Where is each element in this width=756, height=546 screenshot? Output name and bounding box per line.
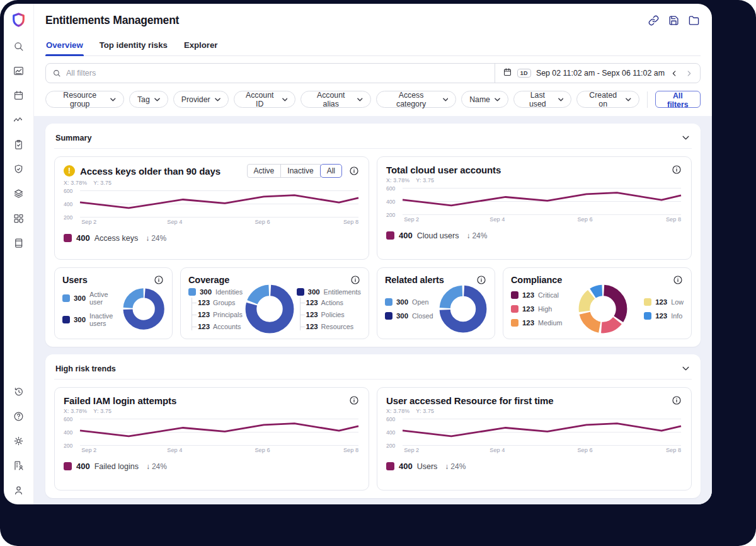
chart-legend: 400 Cloud users ↓24% <box>386 231 682 240</box>
audit-clipboard-icon[interactable] <box>12 137 26 151</box>
legend-item: 300Entitlements <box>297 288 361 296</box>
filter-chip-name[interactable]: Name <box>461 91 508 108</box>
compliance-donut-chart <box>578 284 627 334</box>
policy-shield-icon[interactable] <box>12 162 26 176</box>
section-title: High risk trends <box>55 364 116 373</box>
info-icon[interactable] <box>350 274 361 286</box>
activity-trend-icon[interactable] <box>12 113 26 127</box>
legend-subitem: 123Groups <box>192 299 243 306</box>
profile-icon[interactable] <box>12 483 26 497</box>
settings-icon[interactable] <box>12 434 26 448</box>
tab-label: Overview <box>46 40 83 50</box>
toggle-active[interactable]: Active <box>247 164 282 178</box>
analytics-chart-icon[interactable] <box>12 64 26 78</box>
card-title: User accessed Resource for first time <box>386 395 554 406</box>
info-icon[interactable] <box>672 274 684 286</box>
filter-chips-row: Resource group Tag Provider Account ID A… <box>45 91 701 108</box>
card-users: Users 300Active user 300Inactive users <box>54 267 173 339</box>
card-title: Compliance <box>511 275 562 285</box>
directory-icon[interactable] <box>12 458 26 472</box>
tab-top-identity-risks[interactable]: Top identity risks <box>99 35 168 55</box>
info-icon[interactable] <box>671 164 682 175</box>
sidebar-bottom-icons <box>12 385 26 497</box>
coverage-legend-left: 300Identities 123Groups 123Principals 12… <box>188 288 243 330</box>
info-icon[interactable] <box>348 165 360 177</box>
filter-chip-account-alias[interactable]: Account alias <box>301 91 370 108</box>
legend-swatch <box>64 234 72 242</box>
help-icon[interactable] <box>12 409 26 423</box>
info-icon[interactable] <box>153 274 164 286</box>
toggle-all[interactable]: All <box>320 164 342 178</box>
date-preset-badge: 1D <box>517 69 531 78</box>
sidebar-top-icons <box>12 39 26 250</box>
chevron-down-icon <box>626 98 631 102</box>
high-risk-row: Failed IAM login attempts X: 3.78%Y: 3.7… <box>54 387 692 491</box>
tab-overview[interactable]: Overview <box>45 35 84 55</box>
legend-item: 300Inactive users <box>62 312 123 327</box>
chevron-down-icon <box>215 98 220 102</box>
chip-label: Resource group <box>54 91 106 108</box>
line-chart: 600400200Sep 2Sep 4Sep 6Sep 8 <box>386 417 682 455</box>
folder-icon[interactable] <box>689 15 699 26</box>
all-filters-button[interactable]: All filters <box>655 91 701 108</box>
toggle-inactive[interactable]: Inactive <box>280 164 320 178</box>
window-actions <box>648 15 699 26</box>
filter-chip-resource-group[interactable]: Resource group <box>45 91 124 108</box>
legend-subtree: 123Groups 123Principals 123Accounts <box>192 298 243 330</box>
chevron-down-icon <box>495 98 500 102</box>
inventory-icon[interactable] <box>12 211 26 225</box>
main-area: Entitlements Management Overview Top ide… <box>34 4 712 504</box>
chip-label: Name <box>469 95 490 104</box>
down-arrow-icon: ↓ <box>146 234 149 243</box>
calendar-icon[interactable] <box>12 88 26 102</box>
search-box[interactable] <box>46 64 495 83</box>
summary-row-2: Users 300Active user 300Inactive users <box>54 267 692 339</box>
legend-swatch <box>64 462 72 470</box>
app-window: Entitlements Management Overview Top ide… <box>4 4 712 504</box>
legend-subitem: 123Policies <box>301 311 361 318</box>
info-icon[interactable] <box>671 395 682 406</box>
chevron-down-icon[interactable] <box>681 133 690 142</box>
documentation-icon[interactable] <box>12 236 26 250</box>
card-related-alerts: Related alerts 300Open 300Closed <box>377 267 495 339</box>
filter-chip-last-used[interactable]: Last used <box>513 91 571 108</box>
chevron-down-icon <box>443 98 449 102</box>
chevron-left-icon[interactable] <box>670 69 679 78</box>
tab-explorer[interactable]: Explorer <box>183 35 219 55</box>
chevron-down-icon <box>282 98 288 102</box>
chip-label: Provider <box>181 95 210 104</box>
card-title: Related alerts <box>385 275 444 285</box>
legend-item: 123Medium <box>511 319 562 327</box>
link-icon[interactable] <box>648 15 659 26</box>
history-icon[interactable] <box>12 385 26 398</box>
search-input[interactable] <box>66 69 488 78</box>
down-arrow-icon: ↓ <box>466 231 470 240</box>
legend-item: 123Critical <box>511 291 562 299</box>
app-logo-shield-icon[interactable] <box>11 11 27 28</box>
search-icon[interactable] <box>12 39 26 53</box>
filter-chip-created-on[interactable]: Created on <box>576 91 639 108</box>
info-icon[interactable] <box>476 274 487 286</box>
tab-label: Top identity risks <box>100 40 168 50</box>
info-icon[interactable] <box>348 395 360 406</box>
chevron-right-icon[interactable] <box>684 69 694 78</box>
alerts-donut-chart <box>439 285 487 333</box>
down-arrow-icon: ↓ <box>445 462 449 471</box>
date-range-picker[interactable]: 1D Sep 02 11:02 am - Sepx 06 11:02 am <box>495 64 700 83</box>
filter-chip-provider[interactable]: Provider <box>173 91 229 108</box>
donut-legend: 300Open 300Closed <box>385 298 433 320</box>
chevron-down-icon[interactable] <box>681 364 690 373</box>
active-inactive-toggle: Active Inactive All <box>247 164 342 178</box>
filter-chip-account-id[interactable]: Account ID <box>234 91 296 108</box>
save-icon[interactable] <box>668 15 679 26</box>
layers-icon[interactable] <box>12 187 26 200</box>
sidebar <box>4 4 34 504</box>
filter-chip-tag[interactable]: Tag <box>129 91 168 108</box>
chevron-down-icon <box>558 98 564 102</box>
donut-legend: 300Active user 300Inactive users <box>62 291 123 327</box>
card-first-access: User accessed Resource for first time X:… <box>377 387 692 491</box>
legend-subitem: 123Actions <box>301 299 361 306</box>
legend-item: 123High <box>511 305 562 313</box>
card-access-keys: ! Access keys older than 90 days Active … <box>54 156 369 260</box>
filter-chip-access-category[interactable]: Access category <box>376 91 457 108</box>
